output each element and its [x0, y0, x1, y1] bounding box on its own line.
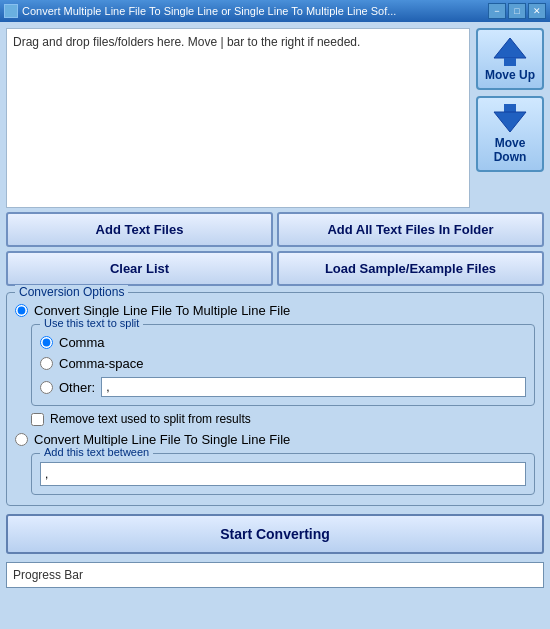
add-text-input[interactable]: [40, 462, 526, 486]
down-arrow-icon: [492, 104, 528, 134]
progress-bar-label: Progress Bar: [13, 568, 83, 582]
comma-space-radio[interactable]: [40, 357, 53, 370]
svg-marker-0: [494, 38, 526, 58]
add-text-legend: Add this text between: [40, 446, 153, 458]
progress-bar: Progress Bar: [6, 562, 544, 588]
option2-radio-label[interactable]: Convert Multiple Line File To Single Lin…: [15, 432, 535, 447]
maximize-button[interactable]: □: [508, 3, 526, 19]
other-row: Other:: [40, 377, 526, 397]
title-bar-controls: − □ ✕: [488, 3, 546, 19]
remove-text-row: Remove text used to split from results: [31, 412, 535, 426]
comma-label: Comma: [59, 335, 105, 350]
button-row-1: Add Text Files Add All Text Files In Fol…: [6, 212, 544, 247]
drop-area-placeholder: Drag and drop files/folders here. Move |…: [13, 35, 360, 49]
main-content: Drag and drop files/folders here. Move |…: [0, 22, 550, 594]
option1-radio[interactable]: [15, 304, 28, 317]
option2-label: Convert Multiple Line File To Single Lin…: [34, 432, 290, 447]
move-up-button[interactable]: Move Up: [476, 28, 544, 90]
add-all-text-files-button[interactable]: Add All Text Files In Folder: [277, 212, 544, 247]
comma-space-radio-label[interactable]: Comma-space: [40, 356, 526, 371]
title-bar: Convert Multiple Line File To Single Lin…: [0, 0, 550, 22]
title-bar-title: Convert Multiple Line File To Single Lin…: [22, 5, 488, 17]
split-group-legend: Use this text to split: [40, 317, 143, 329]
other-input[interactable]: [101, 377, 526, 397]
option1-radio-label[interactable]: Convert Single Line File To Multiple Lin…: [15, 303, 535, 318]
comma-radio-label[interactable]: Comma: [40, 335, 526, 350]
side-buttons: Move Up Move Down: [476, 28, 544, 208]
move-down-button[interactable]: Move Down: [476, 96, 544, 172]
button-row-2: Clear List Load Sample/Example Files: [6, 251, 544, 286]
minimize-button[interactable]: −: [488, 3, 506, 19]
other-radio[interactable]: [40, 381, 53, 394]
svg-rect-2: [504, 104, 516, 112]
app-icon: [4, 4, 18, 18]
comma-space-label: Comma-space: [59, 356, 144, 371]
split-subgroup: Use this text to split Comma Comma-space…: [31, 324, 535, 406]
top-row: Drag and drop files/folders here. Move |…: [6, 28, 544, 208]
remove-text-label: Remove text used to split from results: [50, 412, 251, 426]
conversion-options-group: Conversion Options Convert Single Line F…: [6, 292, 544, 506]
add-text-files-button[interactable]: Add Text Files: [6, 212, 273, 247]
load-sample-button[interactable]: Load Sample/Example Files: [277, 251, 544, 286]
add-text-subgroup: Add this text between: [31, 453, 535, 495]
option1-label: Convert Single Line File To Multiple Lin…: [34, 303, 290, 318]
svg-marker-3: [494, 112, 526, 132]
option2-radio[interactable]: [15, 433, 28, 446]
clear-list-button[interactable]: Clear List: [6, 251, 273, 286]
comma-radio[interactable]: [40, 336, 53, 349]
conversion-options-legend: Conversion Options: [15, 285, 128, 299]
start-converting-button[interactable]: Start Converting: [6, 514, 544, 554]
other-label: Other:: [59, 380, 95, 395]
up-arrow-icon: [492, 36, 528, 66]
remove-text-checkbox[interactable]: [31, 413, 44, 426]
close-button[interactable]: ✕: [528, 3, 546, 19]
drop-area[interactable]: Drag and drop files/folders here. Move |…: [6, 28, 470, 208]
svg-rect-1: [504, 58, 516, 66]
